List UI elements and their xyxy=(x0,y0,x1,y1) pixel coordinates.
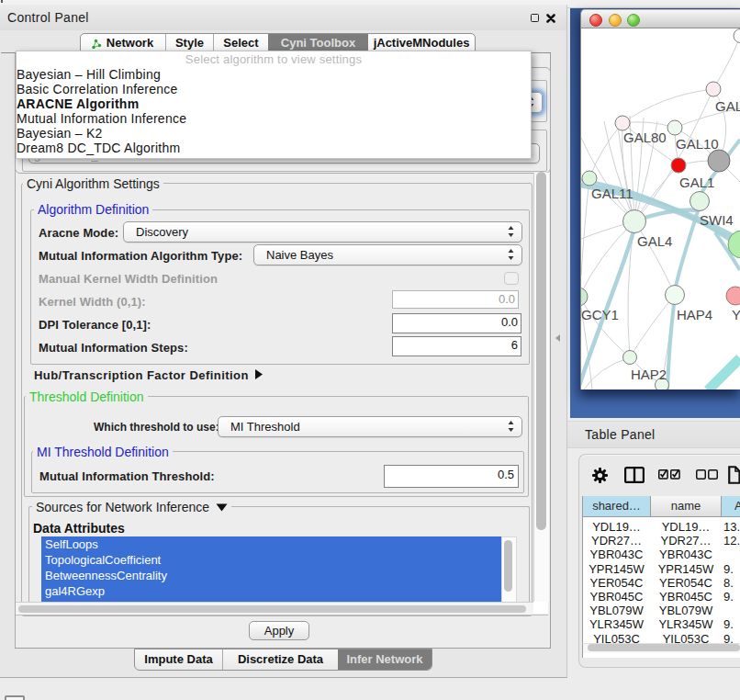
svg-text:HAP2: HAP2 xyxy=(631,367,667,382)
svg-text:GCY1: GCY1 xyxy=(581,307,619,322)
svg-text:GAL10: GAL10 xyxy=(676,136,719,152)
svg-text:YM: YM xyxy=(732,307,740,322)
svg-text:GAL4: GAL4 xyxy=(637,233,672,249)
svg-text:GAL1: GAL1 xyxy=(679,175,714,190)
svg-text:GAL2: GAL2 xyxy=(715,98,740,114)
svg-text:GAL80: GAL80 xyxy=(623,130,667,145)
svg-text:HAP4: HAP4 xyxy=(677,307,712,322)
svg-text:GAL11: GAL11 xyxy=(591,186,633,201)
svg-text:SWI4: SWI4 xyxy=(700,212,734,228)
